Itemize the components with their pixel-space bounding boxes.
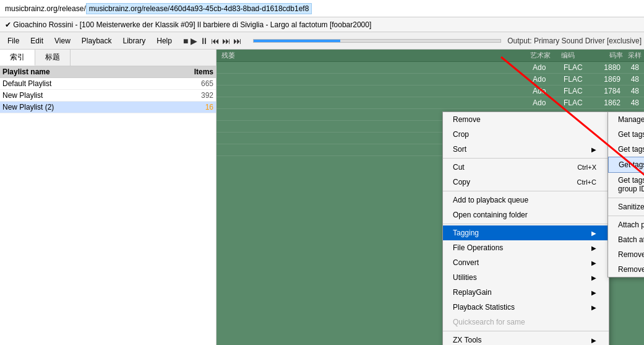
ctx-zx-tools[interactable]: ZX Tools ▶: [443, 333, 609, 345]
ctx-cut-shortcut: Ctrl+X: [577, 164, 596, 171]
ctx-cut[interactable]: Cut Ctrl+X: [443, 160, 609, 175]
menu-edit[interactable]: Edit: [25, 35, 48, 47]
menu-view[interactable]: View: [49, 35, 75, 47]
ctx-copy-shortcut: Ctrl+C: [577, 178, 596, 186]
sub-manage-scripts[interactable]: Manage scripts: [608, 112, 644, 127]
ctx-sep-4: [443, 331, 609, 331]
sub-attach-pictures[interactable]: Attach pictures ▶: [608, 217, 644, 232]
title-bar: musicbrainz.org/release/musicbrainz.org/…: [0, 0, 644, 17]
playlist-name-0: Default Playlist: [2, 79, 182, 88]
playlist-items-0: 665: [182, 79, 213, 88]
tab-index[interactable]: 索引: [0, 50, 35, 66]
sub-sep-2: [608, 216, 644, 216]
ctx-quicksearch: Quicksearch for same: [443, 315, 609, 330]
sub-remove-all-pictures[interactable]: Remove all pictures: [608, 262, 644, 277]
ctx-sep-1: [443, 158, 609, 159]
ctx-open-containing-folder[interactable]: Open containing folder: [443, 207, 609, 222]
ctx-utilities-arrow: ▶: [591, 274, 596, 281]
col-header-items: Items: [182, 68, 213, 76]
prev-button[interactable]: ⏮: [211, 36, 220, 46]
sub-batch-attach-pictures[interactable]: Batch attach pictures: [608, 232, 644, 247]
ctx-convert[interactable]: Convert ▶: [443, 255, 609, 270]
ctx-sort[interactable]: Sort ▶: [443, 142, 609, 157]
pause-button[interactable]: ⏸: [200, 36, 208, 46]
sub-get-tags-musicbrainz-mb-album-id[interactable]: Get tags from MusicBrainz (by MB album I…: [608, 157, 644, 173]
sidebar-header: Playlist name Items: [0, 66, 216, 78]
menu-help[interactable]: Help: [152, 35, 177, 47]
tab-title[interactable]: 标题: [35, 50, 71, 66]
stop-button[interactable]: ■: [183, 36, 188, 46]
playlist-items-2: 16: [182, 103, 213, 111]
sub-remove-pictures[interactable]: Remove pictures ▶: [608, 247, 644, 262]
now-playing-text: ✔ Gioachino Rossini - [100 Meisterwerke …: [5, 20, 371, 29]
sub-get-tags-freedb[interactable]: Get tags from freedb: [608, 127, 644, 142]
ctx-copy[interactable]: Copy Ctrl+C: [443, 175, 609, 190]
playlist-name-1: New Playlist: [2, 91, 182, 100]
menu-playback[interactable]: Playback: [77, 35, 117, 47]
col-header-name: Playlist name: [2, 68, 182, 76]
ctx-add-playback-queue[interactable]: Add to playback queue: [443, 193, 609, 207]
ctx-file-operations[interactable]: File Operations ▶: [443, 240, 609, 255]
playlist-row-1[interactable]: New Playlist 392: [0, 90, 216, 102]
ctx-replaygain-arrow: ▶: [591, 289, 596, 296]
sidebar-tabs: 索引 标题: [0, 50, 216, 66]
sub-get-tags-musicbrainz-release-group[interactable]: Get tags from MusicBrainz (by MB release…: [608, 173, 644, 196]
play-button[interactable]: ▶: [191, 36, 197, 46]
playlist-items-1: 392: [182, 91, 213, 100]
ctx-remove[interactable]: Remove: [443, 112, 609, 127]
title-url-highlight[interactable]: musicbrainz.org/release/460d4a93-45cb-4d…: [86, 3, 312, 14]
ctx-tagging-arrow: ▶: [591, 230, 596, 237]
playlist-name-2: New Playlist (2): [2, 103, 182, 111]
ctx-utilities[interactable]: Utilities ▶: [443, 270, 609, 285]
menu-library[interactable]: Library: [118, 35, 151, 47]
ctx-playback-statistics[interactable]: Playback Statistics ▶: [443, 300, 609, 315]
now-playing-bar: ✔ Gioachino Rossini - [100 Meisterwerke …: [0, 17, 644, 32]
ctx-crop[interactable]: Crop: [443, 127, 609, 142]
sub-get-tags-musicbrainz-artist[interactable]: Get tags from MusicBrainz (by artist & a…: [608, 142, 644, 157]
main-layout: 索引 标题 Playlist name Items Default Playli…: [0, 50, 644, 345]
sidebar: 索引 标题 Playlist name Items Default Playli…: [0, 50, 217, 345]
ctx-zx-tools-arrow: ▶: [591, 337, 596, 344]
output-label: Output: Primary Sound Driver [exclusive]: [507, 37, 642, 45]
sub-sanitize-tags[interactable]: Sanitize tags...: [608, 199, 644, 214]
ctx-sep-2: [443, 191, 609, 191]
seek-bar[interactable]: [253, 39, 501, 43]
context-overlay: Remove Crop Sort ▶ Cut Ctrl+X Copy Ctrl+…: [217, 50, 644, 345]
seek-fill: [254, 40, 340, 42]
context-menu: Remove Crop Sort ▶ Cut Ctrl+X Copy Ctrl+…: [442, 111, 609, 345]
sub-sep-1: [608, 198, 644, 198]
ctx-tagging[interactable]: Tagging ▶: [443, 225, 609, 240]
tagging-submenu: Manage scripts Get tags from freedb Get …: [608, 111, 644, 277]
title-url-prefix: musicbrainz.org/release/: [5, 4, 86, 13]
ctx-convert-arrow: ▶: [591, 260, 596, 266]
playlist-row-0[interactable]: Default Playlist 665: [0, 78, 216, 90]
transport-controls: ■ ▶ ⏸ ⏮ ⏭ ⏭: [183, 36, 242, 46]
next-button[interactable]: ⏭: [233, 36, 242, 46]
menu-bar: File Edit View Playback Library Help ■ ▶…: [0, 32, 644, 50]
prev-track-button[interactable]: ⏭: [222, 36, 231, 46]
ctx-file-operations-arrow: ▶: [591, 245, 596, 251]
playlist-row-2[interactable]: New Playlist (2) 16: [0, 102, 216, 113]
ctx-sep-3: [443, 224, 609, 224]
ctx-sort-arrow: ▶: [591, 146, 596, 153]
ctx-playback-stats-arrow: ▶: [591, 304, 596, 311]
ctx-replaygain[interactable]: ReplayGain ▶: [443, 285, 609, 300]
content-area: 残萎 艺术家 编码 码率 采样 Ado FLAC 1880 48 Ado FLA…: [217, 50, 644, 345]
menu-file[interactable]: File: [2, 35, 24, 47]
